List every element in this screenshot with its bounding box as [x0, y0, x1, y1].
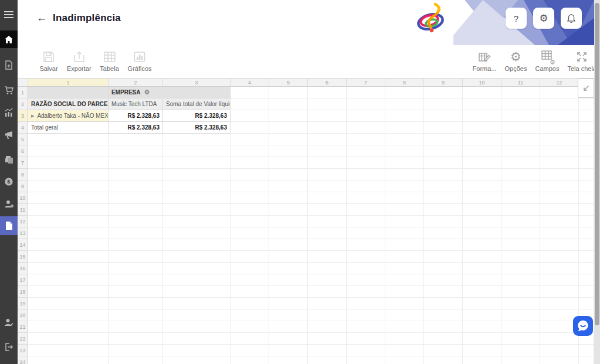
grid-cell[interactable]	[463, 110, 501, 122]
grid-cell[interactable]	[579, 286, 594, 298]
grid-cell[interactable]	[109, 134, 163, 145]
grid-cell[interactable]	[347, 87, 385, 98]
grid-cell[interactable]	[501, 251, 540, 263]
grid-cell[interactable]	[579, 345, 594, 356]
row-header[interactable]: 24	[18, 356, 28, 364]
grid-cell[interactable]	[463, 263, 501, 274]
grid-cell[interactable]	[347, 134, 385, 145]
grid-cell[interactable]	[163, 204, 230, 216]
grid-cell[interactable]	[308, 98, 347, 110]
grid-cell[interactable]	[463, 274, 501, 286]
grid-cell[interactable]	[501, 87, 540, 98]
row-header[interactable]: 5	[18, 134, 28, 145]
grid-cell[interactable]	[163, 216, 230, 227]
grid-cell[interactable]	[463, 286, 501, 298]
grid-cell[interactable]	[347, 239, 385, 251]
grid-cell[interactable]	[28, 239, 109, 251]
grid-cell[interactable]	[579, 251, 594, 263]
pivot-cell[interactable]: R$ 2.328,63	[109, 122, 163, 134]
grid-cell[interactable]	[501, 286, 540, 298]
sidebar-item-new-file[interactable]	[0, 56, 18, 74]
sidebar-item-finance[interactable]: $	[0, 173, 18, 190]
collapse-corner-button[interactable]	[578, 79, 594, 98]
grid-cell[interactable]	[385, 192, 424, 204]
grid-cell[interactable]	[347, 181, 385, 192]
grid-cell[interactable]	[540, 192, 579, 204]
grid-cell[interactable]	[230, 321, 269, 333]
grid-cell[interactable]	[501, 169, 540, 181]
grid-cell[interactable]	[385, 309, 424, 321]
grid-cell[interactable]	[424, 192, 463, 204]
grid-cell[interactable]	[347, 286, 385, 298]
grid-cell[interactable]	[424, 204, 463, 216]
options-button[interactable]: ⚙ Opções	[505, 49, 527, 72]
grid-cell[interactable]	[463, 356, 501, 364]
grid-cell[interactable]	[347, 157, 385, 169]
row-header[interactable]: 8	[18, 169, 28, 181]
grid-cell[interactable]	[163, 274, 230, 286]
column-header[interactable]: 4	[230, 79, 269, 87]
grid-cell[interactable]	[424, 122, 463, 134]
grid-cell[interactable]	[109, 251, 163, 263]
grid-cell[interactable]	[269, 263, 308, 274]
grid-cell[interactable]	[28, 192, 109, 204]
format-button[interactable]: Forma...	[473, 49, 497, 72]
grid-cell[interactable]	[501, 274, 540, 286]
grid-cell[interactable]	[501, 298, 540, 309]
grid-cell[interactable]	[308, 169, 347, 181]
fields-button[interactable]: ⚙ Campos	[535, 49, 559, 72]
grid-cell[interactable]	[269, 110, 308, 122]
grid-cell[interactable]	[163, 345, 230, 356]
grid-cell[interactable]	[308, 227, 347, 239]
grid-cell[interactable]	[540, 122, 579, 134]
sidebar-item-reports[interactable]	[0, 151, 18, 168]
grid-cell[interactable]	[347, 263, 385, 274]
grid-cell[interactable]	[463, 122, 501, 134]
grid-cell[interactable]	[579, 169, 594, 181]
grid-cell[interactable]	[424, 134, 463, 145]
grid-cell[interactable]	[308, 192, 347, 204]
grid-cell[interactable]	[347, 345, 385, 356]
grid-cell[interactable]	[230, 286, 269, 298]
grid-cell[interactable]	[424, 345, 463, 356]
sidebar-item-announcements[interactable]	[0, 126, 18, 144]
grid-cell[interactable]	[230, 98, 269, 110]
grid-cell[interactable]	[347, 98, 385, 110]
grid-cell[interactable]	[579, 227, 594, 239]
grid-cell[interactable]	[385, 169, 424, 181]
grid-cell[interactable]	[385, 110, 424, 122]
grid-cell[interactable]	[501, 227, 540, 239]
grid-cell[interactable]	[540, 239, 579, 251]
grid-cell[interactable]	[424, 356, 463, 364]
grid-cell[interactable]	[579, 239, 594, 251]
grid-cell[interactable]	[579, 134, 594, 145]
grid-cell[interactable]	[501, 134, 540, 145]
sidebar-item-user-check[interactable]	[0, 314, 18, 331]
grid-cell[interactable]	[501, 216, 540, 227]
grid-cell[interactable]	[501, 122, 540, 134]
row-header[interactable]: 21	[18, 321, 28, 333]
column-header[interactable]: 3	[163, 79, 230, 87]
grid-cell[interactable]	[308, 87, 347, 98]
row-header[interactable]: 9	[18, 181, 28, 192]
grid-cell[interactable]	[501, 263, 540, 274]
grid-cell[interactable]	[424, 145, 463, 157]
grid-cell[interactable]	[28, 181, 109, 192]
grid-cell[interactable]	[385, 204, 424, 216]
grid-cell[interactable]	[163, 145, 230, 157]
grid-cell[interactable]	[308, 239, 347, 251]
grid-cell[interactable]	[163, 239, 230, 251]
grid-cell[interactable]	[269, 309, 308, 321]
grid-cell[interactable]	[28, 216, 109, 227]
pivot-cell[interactable]: EMPRESA⚙	[109, 87, 230, 98]
grid-cell[interactable]	[163, 192, 230, 204]
row-header[interactable]: 20	[18, 309, 28, 321]
grid-cell[interactable]	[347, 356, 385, 364]
grid-cell[interactable]	[308, 145, 347, 157]
grid-cell[interactable]	[385, 321, 424, 333]
grid-cell[interactable]	[28, 263, 109, 274]
grid-cell[interactable]	[540, 110, 579, 122]
grid-cell[interactable]	[109, 356, 163, 364]
column-header[interactable]: 2	[109, 79, 163, 87]
grid-cell[interactable]	[424, 333, 463, 345]
